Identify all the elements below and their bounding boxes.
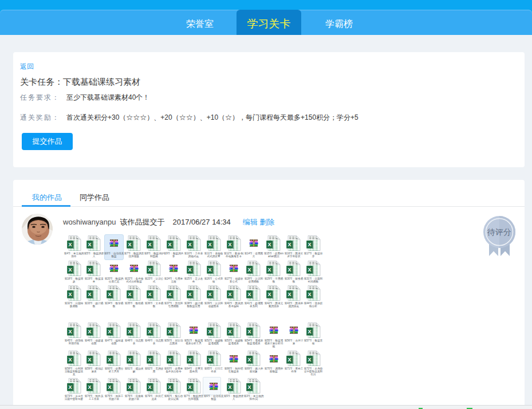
svg-text:X: X [208, 242, 211, 247]
svg-text:X: X [188, 384, 191, 390]
svg-text:X: X [108, 329, 112, 335]
svg-text:X: X [88, 292, 92, 297]
svg-text:X: X [248, 267, 251, 273]
svg-text:X: X [287, 242, 291, 247]
svg-text:X: X [68, 242, 72, 247]
svg-text:X: X [228, 329, 231, 335]
svg-text:X: X [168, 384, 171, 390]
svg-text:X: X [148, 242, 151, 247]
svg-text:X: X [68, 267, 72, 273]
svg-text:X: X [108, 357, 112, 363]
svg-text:X: X [308, 357, 311, 363]
svg-text:X: X [108, 292, 112, 297]
svg-text:X: X [168, 242, 171, 247]
svg-text:X: X [68, 357, 72, 363]
svg-text:X: X [248, 384, 251, 390]
svg-text:X: X [148, 329, 151, 335]
svg-text:X: X [248, 357, 251, 363]
svg-text:X: X [168, 357, 171, 363]
svg-text:X: X [287, 292, 291, 297]
svg-text:X: X [308, 267, 311, 273]
svg-text:X: X [148, 384, 151, 390]
svg-text:X: X [168, 292, 171, 297]
svg-text:X: X [168, 329, 171, 335]
svg-text:X: X [248, 292, 251, 297]
svg-text:X: X [148, 267, 151, 273]
svg-text:X: X [68, 329, 72, 335]
svg-text:X: X [268, 242, 271, 247]
svg-text:X: X [88, 242, 92, 247]
svg-text:X: X [148, 292, 151, 297]
svg-text:X: X [88, 267, 92, 273]
svg-text:X: X [88, 357, 92, 363]
svg-text:X: X [88, 329, 92, 335]
svg-text:X: X [88, 384, 92, 390]
svg-text:X: X [128, 329, 131, 335]
svg-text:X: X [188, 242, 191, 247]
svg-text:X: X [128, 384, 131, 390]
svg-text:X: X [208, 357, 211, 363]
svg-text:X: X [68, 292, 72, 297]
svg-text:X: X [287, 357, 291, 363]
svg-text:X: X [308, 242, 311, 247]
svg-text:X: X [268, 267, 271, 273]
svg-text:X: X [208, 292, 211, 297]
svg-text:X: X [128, 357, 131, 363]
svg-text:X: X [128, 242, 131, 247]
svg-text:X: X [268, 292, 271, 297]
svg-text:X: X [208, 267, 211, 273]
svg-text:待评分: 待评分 [487, 227, 511, 237]
svg-text:X: X [188, 357, 191, 363]
svg-text:X: X [128, 292, 131, 297]
svg-text:X: X [248, 329, 251, 335]
svg-text:X: X [148, 357, 151, 363]
svg-text:X: X [228, 242, 231, 247]
svg-text:X: X [228, 292, 231, 297]
svg-text:X: X [188, 267, 191, 273]
svg-text:X: X [287, 267, 291, 273]
svg-text:X: X [228, 384, 231, 390]
svg-text:X: X [188, 292, 191, 297]
svg-text:X: X [308, 292, 311, 297]
svg-text:X: X [108, 384, 112, 390]
svg-text:X: X [308, 329, 311, 335]
svg-text:X: X [68, 384, 72, 390]
svg-text:X: X [208, 329, 211, 335]
